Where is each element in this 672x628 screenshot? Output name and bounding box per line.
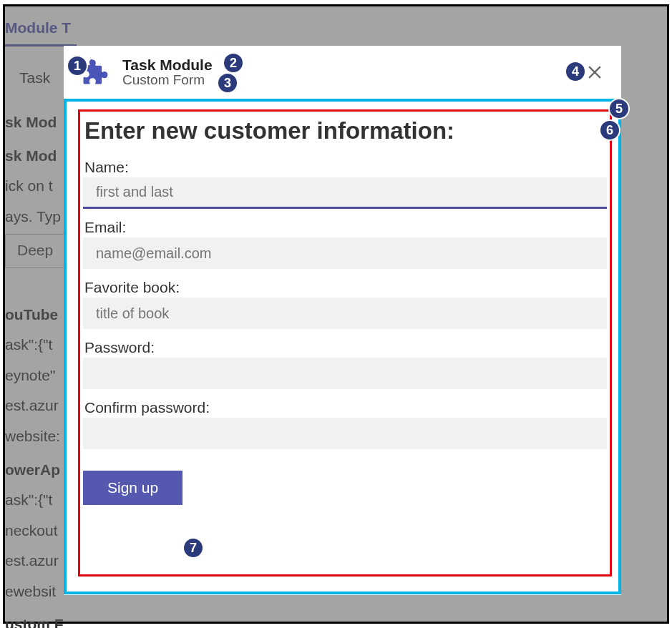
callout-5: 5 <box>608 98 630 119</box>
callout-2: 2 <box>223 52 244 74</box>
task-module-content: Enter new customer information: Name: Em… <box>78 109 612 577</box>
email-label: Email: <box>83 219 607 236</box>
callout-3: 3 <box>217 72 238 94</box>
close-button[interactable] <box>585 63 604 82</box>
form-heading: Enter new customer information: <box>83 117 607 144</box>
name-input[interactable] <box>83 177 607 209</box>
password-label: Password: <box>83 339 607 356</box>
confirm-password-label: Confirm password: <box>83 399 607 416</box>
task-module-dialog: Task Module Custom Form Enter new custom… <box>64 46 621 595</box>
book-input[interactable] <box>83 298 607 329</box>
app-subtitle: Custom Form <box>122 72 585 88</box>
callout-1: 1 <box>67 55 88 77</box>
confirm-password-input[interactable] <box>83 418 607 449</box>
modal-header: Task Module Custom Form <box>64 46 621 99</box>
app-title: Task Module <box>122 57 585 74</box>
name-label: Name: <box>83 159 607 176</box>
password-input[interactable] <box>83 358 607 389</box>
task-module-iframe-area: Enter new customer information: Name: Em… <box>64 99 621 594</box>
callout-4: 4 <box>565 61 586 82</box>
signup-button[interactable]: Sign up <box>83 471 182 505</box>
email-input[interactable] <box>83 237 607 269</box>
callout-6: 6 <box>599 119 620 141</box>
book-label: Favorite book: <box>83 279 607 296</box>
callout-7: 7 <box>182 537 204 559</box>
close-icon <box>588 66 601 79</box>
